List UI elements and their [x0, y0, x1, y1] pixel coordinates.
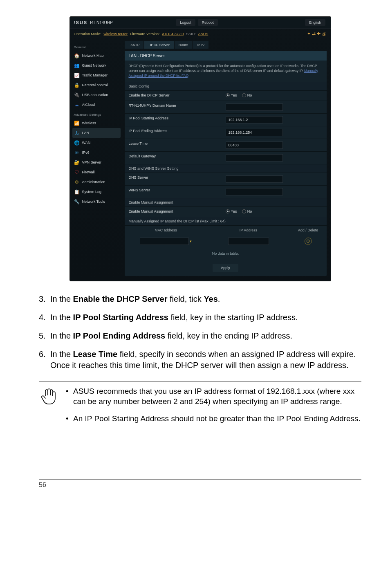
input-lease[interactable]: [226, 141, 283, 149]
dropdown-icon[interactable]: ▾: [190, 239, 192, 243]
sidebar-item-network-map[interactable]: 🏠Network Map: [72, 51, 121, 61]
instruction-list: 3. In the Enable the DHCP Server field, …: [39, 294, 361, 371]
bullet-icon: •: [66, 386, 73, 407]
sidebar-item-guest-network[interactable]: 👥Guest Network: [72, 61, 121, 70]
sidebar-item-usb-application[interactable]: 🔌USB application: [72, 90, 121, 100]
label-enable-dhcp: Enable the DHCP Server: [125, 91, 222, 101]
label-dns: DNS Server: [125, 173, 222, 185]
manual-radio-no[interactable]: No: [242, 209, 252, 213]
sidebar-item-parental-control[interactable]: 🔒Parental control: [72, 80, 121, 90]
logout-button[interactable]: Logout: [176, 19, 195, 26]
sidebar-item-wireless[interactable]: 📶Wireless: [72, 118, 121, 128]
label-manual: Enable Manual Assignment: [125, 207, 222, 217]
tab-row: LAN IP DHCP Server Route IPTV: [125, 41, 327, 49]
manual-radio-yes[interactable]: Yes: [226, 209, 237, 213]
tab-lan-ip[interactable]: LAN IP: [125, 41, 144, 49]
note-text: ASUS recommeds that you use an IP addres…: [73, 386, 361, 407]
topbar: /SUS RT-N14UHP Logout Reboot English: [70, 17, 331, 29]
reboot-button[interactable]: Reboot: [198, 19, 218, 26]
sidebar-item-lan[interactable]: 🖧LAN: [72, 128, 121, 138]
label-lease: Lease Time: [125, 139, 222, 151]
sidebar-item-ipv6[interactable]: ⑥IPv6: [72, 148, 121, 157]
input-pool-start[interactable]: [226, 116, 283, 123]
radio-no[interactable]: No: [242, 93, 252, 97]
step-num: 3.: [39, 294, 50, 305]
page-number: 56: [39, 481, 46, 488]
bullet-icon: •: [66, 413, 73, 424]
section-manual-list: Manually Assigned IP around the DHCP lis…: [125, 217, 327, 225]
sidebar-cat-advanced: Advanced Settings: [74, 113, 121, 117]
brand-logo: /SUS: [74, 20, 88, 25]
step-num: 4.: [39, 312, 50, 323]
hand-icon: [39, 386, 58, 424]
opmode-link[interactable]: wireless router: [104, 32, 128, 36]
panel-title: LAN - DHCP Server: [125, 51, 327, 61]
section-basic-config: Basic Config: [125, 82, 327, 90]
label-pool-end: IP Pool Ending Address: [125, 126, 222, 139]
input-domain[interactable]: [226, 103, 283, 111]
label-wins: WINS Server: [125, 186, 222, 198]
note-item: • An IP Pool Starting Address should not…: [66, 413, 361, 424]
manual-table-header: MAC address IP Address Add / Delete: [125, 225, 327, 235]
fw-link[interactable]: 3.0.0.4.372.0: [162, 32, 184, 36]
label-domain: RT-N14UHP's Domain Name: [125, 101, 222, 113]
input-dns[interactable]: [226, 175, 283, 183]
apply-button[interactable]: Apply: [213, 264, 238, 272]
add-button[interactable]: ⊕: [305, 238, 312, 245]
main-content: LAN IP DHCP Server Route IPTV LAN - DHCP…: [123, 39, 331, 281]
sidebar-item-vpn-server[interactable]: 🔐VPN Server: [72, 157, 121, 167]
input-wins[interactable]: [226, 188, 283, 195]
radio-yes[interactable]: Yes: [226, 93, 237, 97]
step-text: In the IP Pool Starting Address field, k…: [50, 312, 361, 323]
input-ip[interactable]: [228, 238, 269, 245]
section-dns-wins: DNS and WINS Server Setting: [125, 164, 327, 173]
sidebar-item-traffic-manager[interactable]: 📈Traffic Manager: [72, 70, 121, 80]
sidebar-item-aicloud[interactable]: ☁AiCloud: [72, 100, 121, 110]
status-icons: ✦ ⇄ ✚ 🖨: [307, 31, 326, 36]
input-pool-end[interactable]: [226, 129, 283, 136]
label-gateway: Default Gateway: [125, 152, 222, 164]
step-text: In the Lease Time field, specify in seco…: [50, 349, 361, 371]
step-text: In the Enable the DHCP Server field, tic…: [50, 294, 361, 305]
step-num: 5.: [39, 330, 50, 341]
sidebar-item-system-log[interactable]: 📋System Log: [72, 187, 121, 197]
language-select[interactable]: English: [305, 19, 325, 26]
page-footer: 56: [39, 479, 361, 489]
col-ip: IP Address: [207, 226, 290, 235]
col-mac: MAC address: [125, 226, 207, 235]
model-name: RT-N14UHP: [90, 20, 175, 25]
section-manual-enable: Enable Manual Assignment: [125, 198, 327, 206]
tab-route[interactable]: Route: [175, 41, 192, 49]
note-item: • ASUS recommeds that you use an IP addr…: [66, 386, 361, 407]
label-pool-start: IP Pool Starting Address: [125, 114, 222, 126]
tab-dhcp-server[interactable]: DHCP Server: [144, 41, 173, 49]
no-data-text: No data in table.: [125, 247, 327, 260]
sidebar-item-wan[interactable]: 🌐WAN: [72, 138, 121, 148]
step-text: In the IP Pool Ending Address field, key…: [50, 330, 361, 341]
dhcp-panel: LAN - DHCP Server DHCP (Dynamic Host Con…: [125, 51, 327, 276]
note-box: • ASUS recommeds that you use an IP addr…: [39, 382, 361, 430]
step-num: 6.: [39, 349, 50, 371]
sidebar-cat-general: General: [74, 45, 121, 49]
router-admin-screenshot: /SUS RT-N14UHP Logout Reboot English Ope…: [69, 16, 331, 281]
tab-iptv[interactable]: IPTV: [193, 41, 208, 49]
note-text: An IP Pool Starting Address should not b…: [73, 413, 361, 424]
status-line: Operation Mode: wireless router Firmware…: [70, 29, 331, 39]
sidebar-item-firewall[interactable]: 🛡Firewall: [72, 167, 121, 177]
col-add: Add / Delete: [290, 226, 327, 235]
ssid-link[interactable]: ASUS: [198, 32, 208, 36]
panel-description: DHCP (Dynamic Host Configuration Protoco…: [125, 61, 327, 82]
input-mac[interactable]: [140, 238, 189, 245]
sidebar: General 🏠Network Map 👥Guest Network 📈Tra…: [70, 39, 123, 281]
sidebar-item-administration[interactable]: ⚙Administration: [72, 177, 121, 187]
input-gateway[interactable]: [226, 154, 283, 162]
sidebar-item-network-tools[interactable]: 🔧Network Tools: [72, 197, 121, 206]
